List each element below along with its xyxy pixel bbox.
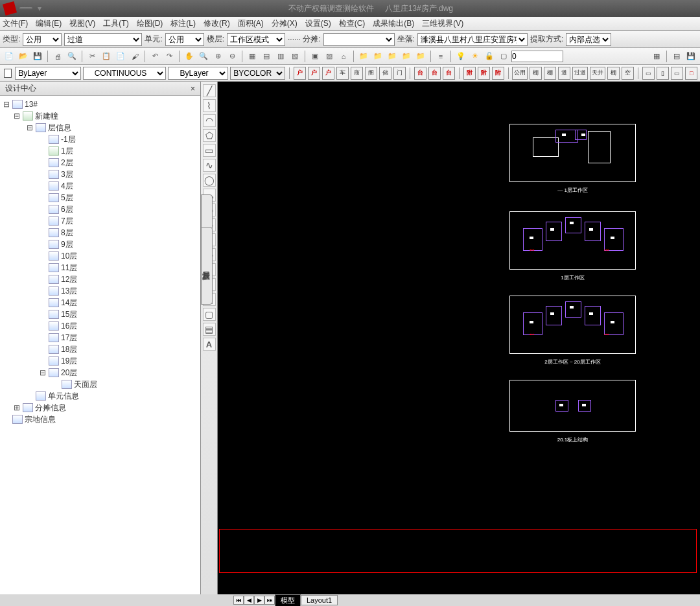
tianjing-button[interactable]: 天井 [590,67,605,80]
block-icon[interactable]: ▣ [309,50,321,63]
sun-icon[interactable]: ☀ [469,50,482,63]
layer-select[interactable]: ByLayer [15,67,81,80]
colorname-select[interactable]: BYCOLOR [230,67,285,80]
shang-button[interactable]: 商 [351,67,363,80]
drawing-canvas[interactable]: — 1层工作区 ▪▪▪ ▪▪▪ 1层工作区 [218,82,700,594]
zoomin-icon[interactable]: ⊕ [211,50,224,63]
rect3-button[interactable]: ▭ [671,67,683,80]
menu-area[interactable]: 面积(A) [238,18,264,29]
tree-floorinfo[interactable]: ⊟层信息 [0,122,200,134]
props-icon[interactable]: ▦ [246,50,259,63]
tree-floor-item[interactable]: 15层 [0,309,200,320]
tree-floor-item[interactable]: 14层 [0,297,200,309]
tab-next-icon[interactable]: ▶ [254,596,264,605]
tree-floor-item[interactable]: 7层 [0,215,200,227]
tree-building[interactable]: ⊟新建幢 [0,110,200,122]
paint-icon[interactable]: 🖌 [128,50,141,63]
rect-icon[interactable]: ▭ [203,144,216,157]
tree-land[interactable]: 宗地信息 [0,414,200,425]
tree-floor-item[interactable]: 11层 [0,262,200,274]
menu-modify[interactable]: 修改(R) [204,18,230,29]
panel-close-icon[interactable]: × [191,84,195,93]
fu2-button[interactable]: 附 [478,67,490,80]
tree-share[interactable]: ⊞分摊信息 [0,402,200,414]
tai2-button[interactable]: 台 [428,67,441,80]
unit-select[interactable]: 公用 [165,33,204,46]
hu2-button[interactable]: 户 [308,67,320,80]
zoomout-icon[interactable]: ⊖ [226,50,239,63]
chu-button[interactable]: 储 [379,67,391,80]
lineweight-select[interactable]: ByLayer [168,67,229,80]
redo-icon[interactable]: ↷ [163,50,176,63]
layers-icon[interactable]: ≡ [434,50,447,63]
tree-floor-item[interactable]: 4层 [0,180,200,192]
tree-floor-item[interactable]: 12层 [0,274,200,285]
p3-button[interactable]: 棚 [607,67,620,80]
copy-icon[interactable]: 📋 [100,50,113,63]
menu-3dview[interactable]: 三维视界(V) [422,18,463,29]
table-icon[interactable]: ▤ [203,323,216,336]
menu-output[interactable]: 成果输出(B) [373,18,414,29]
tab-prev-icon[interactable]: ◀ [244,596,254,605]
share-select[interactable] [323,33,395,46]
tree-floor-item[interactable]: 5层 [0,192,200,204]
tree-floor-item[interactable]: 1层 [0,145,200,157]
saveall-icon[interactable]: 💾 [684,50,697,63]
p2-button[interactable]: 棚 [544,67,556,80]
che-button[interactable]: 车 [336,67,349,80]
bulb-icon[interactable]: 💡 [454,50,467,63]
rect2-button[interactable]: ▯ [657,67,669,80]
tree-floor-item[interactable]: ⊟20层 [0,367,200,379]
tree-floor-item[interactable]: 9层 [0,239,200,250]
tai3-button[interactable]: 台 [443,67,455,80]
ellipse-icon[interactable]: ◯ [203,174,216,187]
tab-last-icon[interactable]: ⏭ [264,596,275,605]
type-select[interactable]: 公用 [23,33,62,46]
preview-icon[interactable]: 🔍 [65,50,78,63]
tree-floor-item[interactable]: 16层 [0,320,200,332]
rect1-button[interactable]: ▭ [642,67,655,80]
tree-floor-item[interactable]: 19层 [0,355,200,367]
menu-file[interactable]: 文件(F) [3,18,28,29]
tree-floor-item[interactable]: 6层 [0,204,200,215]
tree-floor-item[interactable]: 8层 [0,227,200,239]
house-icon[interactable]: ⌂ [337,50,350,63]
ge-button[interactable]: 阁 [365,67,377,80]
tree-floor-item[interactable]: -1层 [0,134,200,145]
p1-button[interactable]: 棚 [530,67,542,80]
zoom-icon[interactable]: 🔍 [197,50,210,63]
save-icon[interactable]: 💾 [31,50,44,63]
line-icon[interactable]: ╱ [203,84,216,97]
arc-icon[interactable]: ◠ [203,114,216,127]
redbox-button[interactable]: □ [685,67,697,80]
pan-icon[interactable]: ✋ [183,50,196,63]
polygon-icon[interactable]: ⬠ [203,129,216,142]
menu-draw[interactable]: 绘图(D) [137,18,163,29]
tree-floor-item[interactable]: 17层 [0,332,200,344]
floor-select[interactable]: 工作区模式 [227,33,285,46]
quick-access-tab[interactable] [19,7,32,10]
menu-check[interactable]: 检查(C) [339,18,366,29]
color-swatch[interactable] [4,69,12,78]
tool-icon[interactable]: ▥ [274,50,287,63]
spline-icon[interactable]: ∿ [203,159,216,172]
fu3-button[interactable]: 附 [492,67,504,80]
tai1-button[interactable]: 台 [414,67,426,80]
folder5-icon[interactable]: 📁 [414,50,427,63]
linetype-select[interactable]: CONTINUOUS [83,67,166,80]
text-icon[interactable]: A [203,338,216,351]
tree-floor-item[interactable]: 18层 [0,344,200,355]
tree-floor-item[interactable]: 3层 [0,169,200,180]
men-button[interactable]: 门 [393,67,406,80]
new-icon[interactable]: 📄 [3,50,16,63]
sheet-icon[interactable]: ▧ [288,50,301,63]
vtab-expand[interactable]: 展开产室权属 [201,227,213,305]
open-icon[interactable]: 📂 [17,50,30,63]
paste-icon[interactable]: 📄 [114,50,127,63]
folder4-icon[interactable]: 📁 [400,50,413,63]
menu-edit[interactable]: 编辑(E) [36,18,62,29]
hu3-button[interactable]: 户 [322,67,334,80]
fu1-button[interactable]: 附 [463,67,476,80]
hall-select[interactable]: 过道 [64,33,142,46]
location-select[interactable]: 濉溪县八里村八里庄安置房项目 [417,33,528,46]
